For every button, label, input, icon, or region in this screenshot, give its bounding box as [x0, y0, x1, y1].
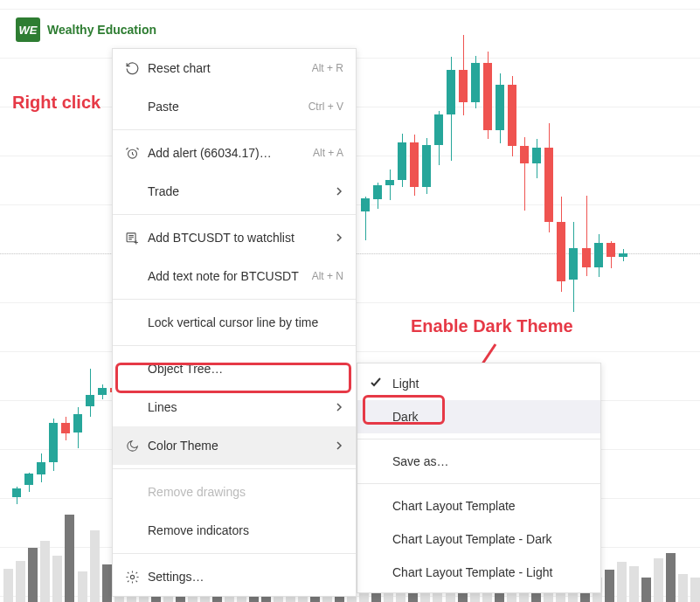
- menu-shortcut: Alt + A: [313, 147, 343, 159]
- menu-remove-indicators[interactable]: Remove indicators: [113, 511, 356, 550]
- menu-label: Lock vertical cursor line by time: [148, 315, 343, 329]
- menu-label: Add BTCUSDT to watchlist: [148, 231, 335, 245]
- menu-shortcut: Ctrl + V: [308, 100, 343, 113]
- submenu-label: Save as…: [392, 454, 449, 468]
- divider: [113, 129, 356, 130]
- gear-icon: [125, 570, 148, 585]
- check-icon: [370, 377, 382, 391]
- menu-label: Add alert (66034.17)…: [148, 146, 313, 160]
- menu-add-watchlist[interactable]: Add BTCUSDT to watchlist: [113, 218, 356, 257]
- submenu-label: Chart Layout Template: [392, 499, 516, 513]
- chevron-right-icon: [335, 231, 343, 245]
- menu-label: Add text note for BTCUSDT: [148, 269, 312, 283]
- logo-badge: WE: [16, 17, 40, 42]
- menu-label: Object Tree…: [148, 362, 343, 376]
- divider: [113, 299, 356, 300]
- chevron-right-icon: [335, 400, 343, 414]
- menu-label: Paste: [148, 100, 308, 114]
- submenu-template-light[interactable]: Chart Layout Template - Light: [357, 556, 600, 589]
- menu-trade[interactable]: Trade: [113, 172, 356, 211]
- menu-text-note[interactable]: Add text note for BTCUSDT Alt + N: [113, 257, 356, 295]
- undo-icon: [125, 61, 148, 76]
- submenu-label: Dark: [392, 410, 419, 424]
- divider: [357, 483, 600, 484]
- submenu-template[interactable]: Chart Layout Template: [357, 489, 600, 522]
- menu-reset-chart[interactable]: Reset chart Alt + R: [113, 49, 356, 87]
- menu-label: Remove indicators: [148, 523, 343, 537]
- menu-label: Trade: [148, 184, 335, 198]
- menu-shortcut: Alt + N: [312, 270, 343, 282]
- menu-label: Lines: [148, 400, 335, 414]
- brand-text: Wealthy Education: [47, 23, 156, 37]
- submenu-label: Chart Layout Template - Light: [392, 565, 552, 579]
- divider: [113, 214, 356, 215]
- submenu-template-dark[interactable]: Chart Layout Template - Dark: [357, 522, 600, 556]
- menu-settings[interactable]: Settings…: [113, 557, 356, 596]
- menu-label: Remove drawings: [148, 485, 343, 499]
- divider: [113, 345, 356, 346]
- chevron-right-icon: [335, 439, 343, 453]
- divider: [357, 439, 600, 439]
- menu-label: Reset chart: [148, 61, 312, 75]
- menu-object-tree[interactable]: Object Tree…: [113, 349, 356, 388]
- moon-icon: [125, 439, 148, 453]
- annotation-enable-dark: Enable Dark Theme: [411, 316, 573, 336]
- divider: [113, 553, 356, 554]
- menu-color-theme[interactable]: Color Theme: [113, 426, 356, 465]
- svg-point-3: [130, 575, 134, 578]
- context-menu: Reset chart Alt + R Paste Ctrl + V Add a…: [112, 48, 357, 597]
- submenu-save-as[interactable]: Save as…: [357, 445, 600, 478]
- header: WE Wealthy Education: [16, 17, 156, 42]
- menu-lines[interactable]: Lines: [113, 388, 356, 426]
- alarm-icon: [125, 146, 148, 161]
- submenu-light[interactable]: Light: [357, 367, 600, 400]
- menu-shortcut: Alt + R: [312, 62, 343, 74]
- menu-remove-drawings: Remove drawings: [113, 473, 356, 511]
- menu-label: Settings…: [148, 570, 343, 584]
- submenu-dark[interactable]: Dark: [357, 400, 600, 433]
- menu-label: Color Theme: [148, 439, 335, 453]
- annotation-right-click: Right click: [12, 93, 100, 113]
- menu-paste[interactable]: Paste Ctrl + V: [113, 87, 356, 126]
- divider: [113, 468, 356, 469]
- menu-add-alert[interactable]: Add alert (66034.17)… Alt + A: [113, 134, 356, 172]
- menu-lock-cursor[interactable]: Lock vertical cursor line by time: [113, 303, 356, 342]
- list-add-icon: [125, 231, 148, 246]
- chevron-right-icon: [335, 184, 343, 198]
- submenu-label: Light: [392, 377, 419, 391]
- color-theme-submenu: Light Dark Save as… Chart Layout Templat…: [357, 363, 601, 593]
- submenu-label: Chart Layout Template - Dark: [392, 532, 552, 546]
